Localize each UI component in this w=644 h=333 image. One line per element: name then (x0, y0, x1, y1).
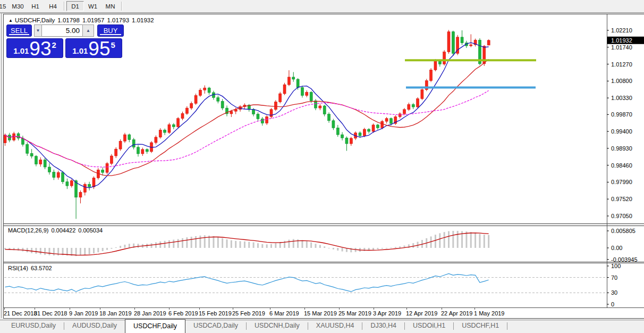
tab-usdcnh-daily[interactable]: USDCNH,Daily (247, 320, 308, 332)
candle-body (132, 140, 135, 147)
macd-histogram-bar (448, 231, 450, 248)
candle-body (172, 124, 175, 127)
tab-usdcad-daily[interactable]: USDCAD,Daily (185, 320, 246, 332)
candle-body (328, 114, 331, 121)
tab-xauusd-h4[interactable]: XAUUSD,H4 (308, 320, 362, 332)
buy-price-digits: 95 (88, 40, 110, 57)
macd-histogram-bar (199, 236, 201, 248)
macd-histogram-bar (186, 237, 188, 248)
candle-body (359, 133, 361, 136)
volume-field[interactable]: 5.00 (42, 24, 82, 37)
macd-histogram-bar (231, 240, 232, 248)
candle-body (385, 119, 388, 121)
bar-high: 1.01957 (82, 17, 105, 23)
macd-histogram-bar (417, 242, 419, 248)
candle-body (221, 101, 224, 108)
candle-body (461, 37, 463, 43)
collapse-panel-icon[interactable]: ▲ (9, 18, 13, 23)
tab-usdchf-h1[interactable]: USDCHF,H1 (454, 320, 507, 332)
buy-price-panel[interactable]: 1.01955 (65, 38, 122, 58)
volume-increase-button[interactable]: ▲ (82, 24, 94, 37)
macd-histogram-bar (22, 248, 23, 252)
candle-body (287, 77, 290, 85)
bar-open: 1.01798 (57, 17, 80, 23)
timeframe-button-15[interactable]: 15 (0, 1, 9, 11)
tab-usdoil-h1[interactable]: USDOil,H1 (405, 320, 453, 332)
candle-body (30, 153, 33, 156)
toolbar-separator (64, 2, 64, 11)
candle-body (279, 94, 282, 102)
date-axis-label: 22 Apr 2019 (441, 310, 472, 317)
macd-axis-label: 0.00 (611, 245, 622, 251)
chart-window: 1.022101.017401.012701.008001.003300.998… (3, 14, 644, 319)
candle-body (417, 99, 419, 107)
candle-body (181, 113, 184, 118)
candle-body (257, 114, 259, 119)
candle-body (208, 88, 210, 93)
macd-histogram-bar (333, 248, 334, 249)
tab-usdchf-daily[interactable]: USDCHF,Daily (125, 319, 185, 333)
date-axis-label: 21 Dec 2018 (4, 310, 37, 317)
macd-histogram-bar (435, 235, 436, 248)
candle-body (101, 170, 104, 172)
macd-histogram-bar (115, 247, 117, 248)
price-axis-label: 0.97050 (611, 213, 632, 219)
timeframe-button-w1[interactable]: W1 (84, 1, 101, 11)
volume-spinner: ▼ 5.00 ▲ (34, 24, 94, 37)
timeframe-button-m30[interactable]: M30 (9, 1, 27, 11)
candle-body (319, 106, 321, 108)
timeframe-button-mn[interactable]: MN (101, 1, 119, 11)
sell-button[interactable]: SELL (6, 24, 32, 37)
macd-histogram-bar (124, 245, 125, 248)
macd-histogram-bar (253, 243, 255, 248)
volume-decrease-button[interactable]: ▼ (34, 24, 42, 37)
rsi-axis-label: 30 (611, 289, 617, 296)
tab-dj30-h4[interactable]: DJ30,H4 (362, 320, 404, 332)
macd-histogram-bar (377, 248, 378, 249)
macd-axis-label: 0.005805 (611, 228, 635, 234)
bar-close: 1.01932 (132, 17, 154, 23)
candle-body (274, 102, 277, 110)
candle-body (199, 90, 201, 95)
candle-body (283, 85, 286, 94)
candle-body (39, 160, 42, 164)
timeframe-button-h4[interactable]: H4 (44, 1, 62, 11)
buy-button[interactable]: BUY (97, 24, 124, 37)
candle-body (146, 149, 148, 152)
macd-histogram-bar (470, 232, 472, 248)
candle-body (110, 156, 113, 163)
timeframe-button-h1[interactable]: H1 (27, 1, 44, 11)
macd-histogram-bar (155, 243, 157, 248)
macd-histogram-bar (452, 231, 454, 248)
chart-tab-bar: EURUSD,DailyAUDUSD,DailyUSDCHF,DailyUSDC… (0, 320, 644, 333)
macd-histogram-bar (350, 248, 352, 252)
macd-histogram-bar (89, 248, 90, 254)
timeframe-button-d1[interactable]: D1 (66, 1, 84, 11)
macd-histogram-bar (222, 238, 223, 248)
date-axis-label: 25 Feb 2019 (232, 310, 265, 317)
macd-histogram-bar (444, 232, 445, 248)
macd-histogram-bar (457, 231, 459, 248)
candle-body (128, 135, 131, 139)
macd-histogram-bar (382, 248, 383, 249)
sell-price-panel[interactable]: 1.01932 (6, 38, 63, 58)
date-axis-label: 31 Dec 2018 (34, 310, 67, 317)
macd-histogram-bar (173, 240, 174, 248)
candle-body (438, 61, 441, 64)
chart-canvas[interactable]: 1.022101.017401.012701.008001.003300.998… (4, 14, 644, 319)
macd-histogram-bar (310, 243, 312, 248)
candle-body (35, 156, 37, 164)
tab-audusd-daily[interactable]: AUDUSD,Daily (64, 320, 125, 332)
tab-eurusd-daily[interactable]: EURUSD,Daily (3, 320, 64, 332)
macd-histogram-bar (270, 244, 272, 248)
macd-indicator-label: MACD(12,26,9)0.0044220.005034 (8, 227, 105, 234)
candle-body (350, 138, 352, 144)
candle-body (363, 129, 366, 136)
macd-histogram-bar (337, 248, 338, 251)
macd-histogram-bar (484, 235, 485, 248)
date-axis-label: 3 Apr 2019 (373, 310, 401, 317)
macd-histogram-bar (151, 243, 152, 248)
candle-body (252, 110, 255, 114)
tab-separator (507, 322, 507, 330)
price-axis-label: 0.99400 (611, 128, 632, 135)
